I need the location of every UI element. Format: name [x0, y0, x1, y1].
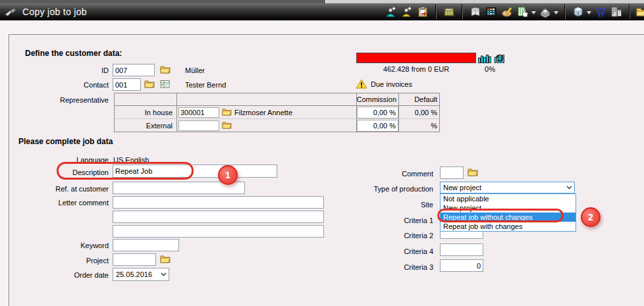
step-badge-2: 2	[581, 207, 601, 227]
comment-browse-folder-icon[interactable]	[468, 168, 478, 178]
order-date-label: Order date	[33, 270, 109, 280]
external-commission-cell: 0,00 %	[356, 118, 398, 132]
pick-list-icon[interactable]	[516, 5, 529, 18]
pick-list-dropdown-caret[interactable]	[531, 8, 536, 16]
in-house-rep-name: Filzmoser Annette	[234, 109, 292, 116]
contact-name-text: Tester Bernd	[185, 80, 226, 89]
window-title: Copy job to job	[22, 7, 87, 17]
order-date-value: 25.05.2016	[113, 270, 158, 278]
project-browse-folder-icon[interactable]	[160, 255, 171, 265]
contact-label: Contact	[40, 80, 109, 89]
language-label: Language	[40, 155, 109, 165]
criteria-4-input[interactable]	[440, 243, 483, 256]
letter-comment-input-1[interactable]	[113, 196, 324, 209]
comment-input[interactable]	[440, 166, 464, 179]
dropdown-option-new-project[interactable]: New project	[441, 203, 576, 213]
project-input[interactable]	[113, 253, 156, 266]
default-column-header: Default	[398, 93, 439, 105]
criteria-3-label: Criteria 3	[342, 263, 433, 272]
commission-column-header: Commission	[356, 93, 398, 105]
criteria-1-label: Criteria 1	[342, 216, 433, 225]
calendar-icon[interactable]	[485, 5, 498, 18]
user-add-cyan-icon[interactable]	[385, 5, 398, 18]
copy-job-to-job-dialog: Copy job to job	[0, 0, 644, 306]
credit-amount-text: 462.428 from 0 EUR	[350, 65, 483, 73]
dropdown-option-repeat-without-changes[interactable]: Repeat job without changes	[441, 213, 576, 222]
brush-icon	[5, 8, 16, 16]
customer-name-text: Müller	[185, 66, 205, 75]
ref-at-customer-label: Ref. at customer	[26, 184, 109, 193]
order-date-chevron-down-icon[interactable]	[158, 268, 169, 280]
site-label: Site	[342, 200, 433, 209]
in-house-commission-cell: 0,00 %	[356, 105, 398, 118]
in-house-commission-input[interactable]: 0,00 %	[357, 107, 398, 118]
shopping-cart-icon[interactable]	[594, 5, 607, 18]
credit-limit-bar	[356, 53, 476, 63]
description-label: Description	[40, 168, 109, 177]
in-house-cell: Filzmoser Annette	[176, 105, 356, 118]
dropdown-option-not-applicable[interactable]: Not applicable	[441, 194, 576, 203]
id-browse-folder-icon[interactable]	[160, 65, 171, 75]
cube-dropdown-caret[interactable]	[587, 8, 591, 16]
type-of-production-value: New project	[441, 184, 564, 191]
in-house-default-value: 0,00 %	[398, 105, 439, 118]
comment-label: Comment	[342, 169, 433, 178]
palette-edit-icon[interactable]	[500, 5, 514, 18]
keyword-input[interactable]	[113, 239, 179, 251]
language-value: US English	[113, 155, 149, 165]
dropdown-option-repeat-with-changes[interactable]: Repeat job with changes	[441, 222, 576, 231]
toolbar	[380, 3, 644, 20]
contact-card-icon[interactable]	[160, 80, 170, 89]
address-book-icon[interactable]	[469, 5, 482, 18]
copy-stack-dropdown-caret[interactable]	[554, 8, 558, 16]
criteria-4-label: Criteria 4	[342, 247, 433, 256]
company-calculator-icon[interactable]	[610, 5, 623, 18]
type-of-production-chevron-down-icon[interactable]	[564, 182, 574, 193]
customer-section-heading: Define the customer data:	[25, 49, 122, 58]
calculator-icon[interactable]	[443, 5, 456, 18]
warning-icon	[356, 79, 367, 90]
project-label: Project	[40, 256, 109, 265]
type-of-production-label: Type of production	[342, 184, 433, 193]
refresh-chart-icon[interactable]	[494, 53, 505, 64]
cube-3d-icon[interactable]	[572, 5, 585, 18]
in-house-row-label: In house	[115, 105, 176, 118]
criteria-3-input[interactable]	[440, 259, 483, 272]
letter-comment-input-2[interactable]	[113, 211, 324, 223]
representative-label: Representative	[26, 95, 109, 105]
letter-comment-input-3[interactable]	[113, 225, 324, 238]
description-input[interactable]	[113, 165, 277, 178]
external-default-value: %	[398, 118, 439, 132]
external-row-label: External	[115, 118, 176, 132]
open-folder-icon[interactable]	[636, 5, 644, 18]
id-label: ID	[40, 66, 109, 75]
credit-percent-text: 0%	[475, 65, 504, 73]
keyword-label: Keyword	[40, 241, 109, 250]
criteria-2-label: Criteria 2	[342, 231, 433, 240]
contact-input[interactable]	[113, 78, 141, 91]
titlebar[interactable]: Copy job to job	[0, 3, 644, 20]
due-invoices-label: Due invoices	[371, 80, 412, 89]
job-section-heading: Please complete job data	[18, 137, 113, 146]
letter-comment-label: Letter comment	[26, 198, 109, 207]
external-cell	[176, 118, 356, 132]
user-add-yellow-icon[interactable]	[400, 5, 414, 18]
contact-browse-folder-icon[interactable]	[144, 80, 155, 89]
external-browse-folder-icon[interactable]	[222, 121, 232, 130]
paste-special-icon[interactable]	[416, 5, 429, 18]
external-code-input[interactable]	[178, 120, 219, 131]
step-badge-1: 1	[218, 165, 238, 185]
copy-stack-icon[interactable]	[539, 5, 552, 18]
in-house-code-input[interactable]	[178, 107, 219, 118]
bar-chart-icon[interactable]	[478, 53, 492, 64]
type-of-production-select[interactable]: New project	[440, 182, 575, 193]
type-of-production-dropdown-list: Not applicable New project Repeat job wi…	[440, 193, 576, 232]
in-house-browse-folder-icon[interactable]	[222, 108, 232, 117]
id-input[interactable]	[113, 64, 155, 76]
representative-table: Commission Default In house Filzmoser An…	[114, 93, 440, 132]
order-date-select[interactable]: 25.05.2016	[113, 268, 169, 281]
external-commission-input[interactable]: 0,00 %	[357, 120, 398, 132]
